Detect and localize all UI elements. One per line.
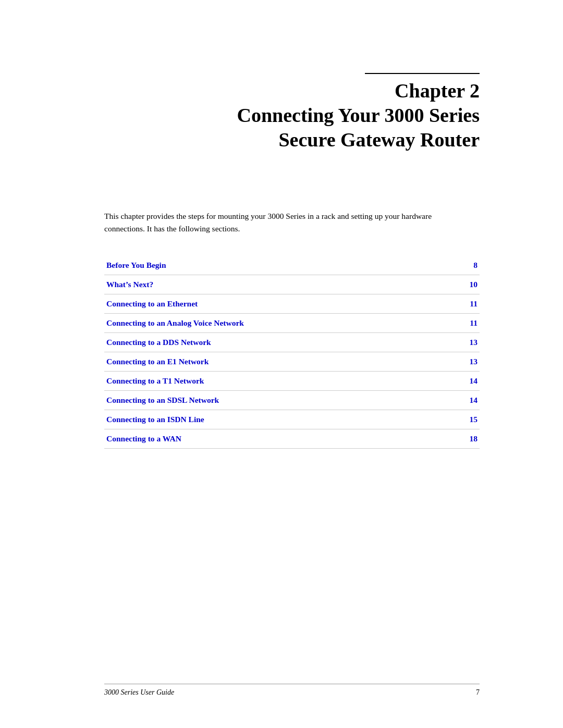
toc-link-label[interactable]: Connecting to an ISDN Line bbox=[104, 410, 459, 429]
toc-link-label[interactable]: Connecting to a WAN bbox=[104, 429, 459, 448]
toc-page-number: 13 bbox=[459, 352, 480, 371]
toc-link-label[interactable]: Connecting to a T1 Network bbox=[104, 371, 459, 390]
toc-link-label[interactable]: What’s Next? bbox=[104, 275, 459, 294]
toc-page-number: 18 bbox=[459, 429, 480, 448]
footer-guide-name: 3000 Series User Guide bbox=[104, 688, 174, 697]
toc-page-number: 15 bbox=[459, 410, 480, 429]
intro-text: This chapter provides the steps for moun… bbox=[104, 210, 459, 235]
footer-page-number: 7 bbox=[476, 688, 480, 697]
chapter-header: Chapter 2 Connecting Your 3000 Series Se… bbox=[104, 73, 480, 153]
page-footer: 3000 Series User Guide 7 bbox=[104, 684, 480, 697]
toc-link-label[interactable]: Connecting to a DDS Network bbox=[104, 332, 459, 352]
chapter-rule bbox=[365, 73, 480, 74]
chapter-subtitle-line2: Secure Gateway Router bbox=[104, 128, 480, 153]
toc-link-label[interactable]: Before You Begin bbox=[104, 256, 459, 275]
toc-row[interactable]: Connecting to an E1 Network13 bbox=[104, 352, 480, 371]
toc-table: Before You Begin8What’s Next?10Connectin… bbox=[104, 256, 480, 449]
toc-row[interactable]: What’s Next?10 bbox=[104, 275, 480, 294]
toc-row[interactable]: Connecting to an Analog Voice Network11 bbox=[104, 313, 480, 332]
toc-row[interactable]: Connecting to an SDSL Network14 bbox=[104, 390, 480, 410]
toc-page-number: 13 bbox=[459, 332, 480, 352]
toc-link-label[interactable]: Connecting to an Analog Voice Network bbox=[104, 313, 459, 332]
toc-row[interactable]: Connecting to a DDS Network13 bbox=[104, 332, 480, 352]
toc-page-number: 8 bbox=[459, 256, 480, 275]
toc-page-number: 11 bbox=[459, 313, 480, 332]
toc-row[interactable]: Connecting to a T1 Network14 bbox=[104, 371, 480, 390]
page: Chapter 2 Connecting Your 3000 Series Se… bbox=[0, 0, 563, 728]
toc-page-number: 10 bbox=[459, 275, 480, 294]
toc-page-number: 14 bbox=[459, 371, 480, 390]
toc-row[interactable]: Before You Begin8 bbox=[104, 256, 480, 275]
toc-link-label[interactable]: Connecting to an Ethernet bbox=[104, 294, 459, 313]
toc-row[interactable]: Connecting to an Ethernet11 bbox=[104, 294, 480, 313]
toc-row[interactable]: Connecting to a WAN18 bbox=[104, 429, 480, 448]
toc-link-label[interactable]: Connecting to an E1 Network bbox=[104, 352, 459, 371]
toc-page-number: 11 bbox=[459, 294, 480, 313]
chapter-subtitle-line1: Connecting Your 3000 Series bbox=[104, 103, 480, 128]
toc-row[interactable]: Connecting to an ISDN Line15 bbox=[104, 410, 480, 429]
chapter-title: Chapter 2 bbox=[104, 79, 480, 103]
toc-page-number: 14 bbox=[459, 390, 480, 410]
toc-link-label[interactable]: Connecting to an SDSL Network bbox=[104, 390, 459, 410]
